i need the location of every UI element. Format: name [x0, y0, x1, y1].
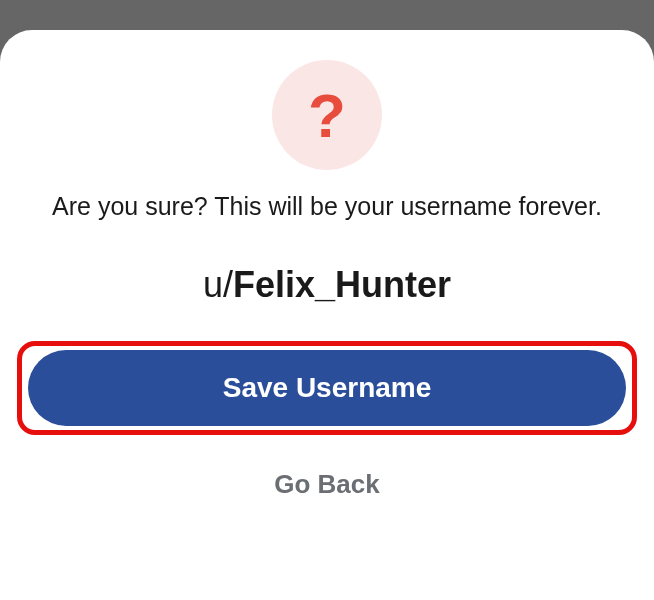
confirm-username-sheet: ? Are you sure? This will be your userna…	[0, 30, 654, 600]
username-value: Felix_Hunter	[233, 264, 451, 305]
highlight-annotation: Save Username	[17, 341, 637, 435]
confirmation-message: Are you sure? This will be your username…	[52, 190, 602, 224]
save-username-button[interactable]: Save Username	[28, 350, 626, 426]
question-icon-circle: ?	[272, 60, 382, 170]
go-back-button[interactable]: Go Back	[274, 469, 380, 500]
username-prefix: u/	[203, 264, 233, 305]
username-display: u/Felix_Hunter	[203, 264, 451, 306]
question-mark-icon: ?	[308, 80, 346, 151]
